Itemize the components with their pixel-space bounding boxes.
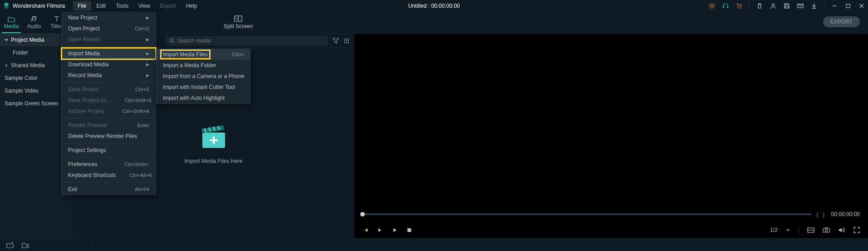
mark-out-icon[interactable]: } (823, 211, 824, 218)
chevron-right-icon (5, 64, 8, 67)
preview-canvas (354, 34, 868, 207)
svg-point-13 (344, 40, 345, 41)
svg-rect-2 (727, 6, 729, 8)
menu-file[interactable]: File (73, 1, 91, 11)
menu-edit[interactable]: Edit (92, 1, 111, 11)
menu-separator (62, 82, 156, 83)
sidebar-label: Sample Video (5, 88, 39, 94)
submenu-import-files[interactable]: Import Media Files Ctrl+I (157, 49, 250, 60)
menu-separator (62, 182, 156, 182)
sidebar-label: Sample Green Screen (5, 100, 59, 107)
file-menu: New Project▶ Open ProjectCtrl+O Open Rec… (61, 12, 156, 195)
quality-icon[interactable] (807, 227, 814, 233)
menu-preferences[interactable]: PreferencesCtrl+Shift+, (62, 159, 156, 170)
submenu-import-cutter[interactable]: Import with Instant Cutter Tool (157, 82, 250, 93)
save-icon[interactable] (783, 2, 790, 10)
menu-delete-render[interactable]: Delete Preview Render Files (62, 131, 156, 142)
app-logo-icon (3, 2, 10, 10)
preview-timeline: { } 00:00:00:00 (354, 207, 868, 222)
preview-timecode: 00:00:00:00 (831, 211, 860, 217)
submenu-import-auto[interactable]: Import with Auto Highlight (157, 93, 250, 103)
export-button[interactable]: EXPORT (823, 16, 860, 27)
menu-render-preview[interactable]: Render PreviewEnter (62, 120, 156, 131)
mail-icon[interactable] (797, 2, 804, 10)
minimize-icon[interactable] (831, 2, 838, 10)
menu-record-media[interactable]: Record Media▶ (62, 70, 156, 81)
user-icon[interactable] (770, 2, 777, 10)
tab-split-screen[interactable]: Split Screen (220, 12, 256, 33)
menu-open-recent[interactable]: Open Recent▶ (62, 34, 156, 45)
add-folder-icon[interactable] (22, 242, 29, 248)
mark-in-icon[interactable]: { (816, 211, 818, 218)
svg-point-15 (348, 40, 349, 41)
close-icon[interactable] (858, 2, 865, 10)
cart-icon[interactable] (736, 2, 743, 10)
download-icon[interactable] (810, 2, 818, 10)
prev-frame-icon[interactable] (363, 227, 369, 233)
media-dropzone-text: Import Media Files Here (184, 158, 242, 164)
separator (92, 241, 92, 249)
stop-icon[interactable] (406, 227, 412, 233)
menu-import-media[interactable]: Import Media▶ (62, 48, 156, 59)
trash-icon[interactable] (756, 2, 763, 10)
submenu-import-camera[interactable]: Import from a Camera or a Phone (157, 71, 250, 82)
menu-tools[interactable]: Tools (111, 1, 133, 11)
add-folder-out-icon[interactable] (6, 242, 14, 248)
preview-scrubber[interactable] (363, 213, 812, 215)
snapshot-icon[interactable] (823, 227, 830, 233)
search-input[interactable] (177, 38, 324, 44)
svg-rect-7 (846, 4, 850, 8)
app-name: Wondershare Filmora (13, 3, 65, 9)
fullscreen-icon[interactable] (853, 227, 860, 233)
tab-media[interactable]: Media (0, 12, 23, 33)
svg-rect-20 (407, 228, 411, 232)
import-media-submenu: Import Media Files Ctrl+I Import a Media… (156, 49, 250, 104)
headphones-icon[interactable] (722, 2, 729, 10)
svg-point-23 (825, 229, 828, 231)
next-frame-icon[interactable] (377, 227, 383, 233)
tab-split-label: Split Screen (224, 23, 253, 30)
submenu-import-folder[interactable]: Import a Media Folder (157, 60, 250, 71)
filter-icon[interactable] (333, 38, 339, 44)
menu-project-settings[interactable]: Project Settings (62, 145, 156, 156)
title-center: Untitled : 00:00:00:00 (408, 3, 460, 9)
menu-separator (62, 118, 156, 118)
svg-point-12 (348, 38, 349, 39)
separator (824, 2, 824, 10)
search-input-wrap[interactable] (166, 36, 328, 46)
grid-view-icon[interactable] (343, 38, 350, 44)
sidebar-label: Shared Media (11, 62, 45, 69)
svg-point-14 (346, 40, 347, 41)
menu-keyboard-shortcuts[interactable]: Keyboard ShortcutsCtrl+Alt+K (62, 170, 156, 181)
svg-point-0 (711, 5, 713, 7)
play-icon[interactable] (392, 227, 398, 233)
menu-save-project[interactable]: Save ProjectCtrl+S (62, 84, 156, 95)
svg-point-10 (344, 38, 345, 39)
menu-archive[interactable]: Archive ProjectCtrl+Shift+A (62, 106, 156, 117)
svg-point-11 (346, 38, 347, 39)
scrubber-handle-icon[interactable] (360, 212, 365, 217)
maximize-icon[interactable] (844, 2, 852, 10)
svg-point-17 (346, 42, 347, 43)
preview-pagination: 1/2 (770, 227, 778, 233)
sidebar-label: Project Media (11, 37, 44, 43)
bottombar (0, 238, 868, 251)
menu-export[interactable]: Export (156, 1, 181, 11)
svg-point-3 (738, 8, 739, 9)
svg-point-4 (740, 8, 741, 9)
tab-audio[interactable]: Audio (23, 12, 45, 33)
svg-point-18 (348, 42, 349, 43)
menu-new-project[interactable]: New Project▶ (62, 12, 156, 23)
menu-open-project[interactable]: Open ProjectCtrl+O (62, 23, 156, 34)
chevron-down-icon[interactable] (786, 228, 790, 232)
tab-media-label: Media (4, 23, 19, 30)
menu-view[interactable]: View (134, 1, 155, 11)
bulb-icon[interactable] (708, 2, 716, 10)
menu-download-media[interactable]: Download Media▶ (62, 59, 156, 70)
menu-exit[interactable]: ExitAlt+F4 (62, 184, 156, 195)
search-icon (169, 38, 174, 44)
volume-icon[interactable] (838, 227, 845, 233)
menu-help[interactable]: Help (181, 1, 202, 11)
clapperboard-icon (198, 123, 230, 150)
menu-save-as[interactable]: Save Project As...Ctrl+Shift+S (62, 95, 156, 106)
